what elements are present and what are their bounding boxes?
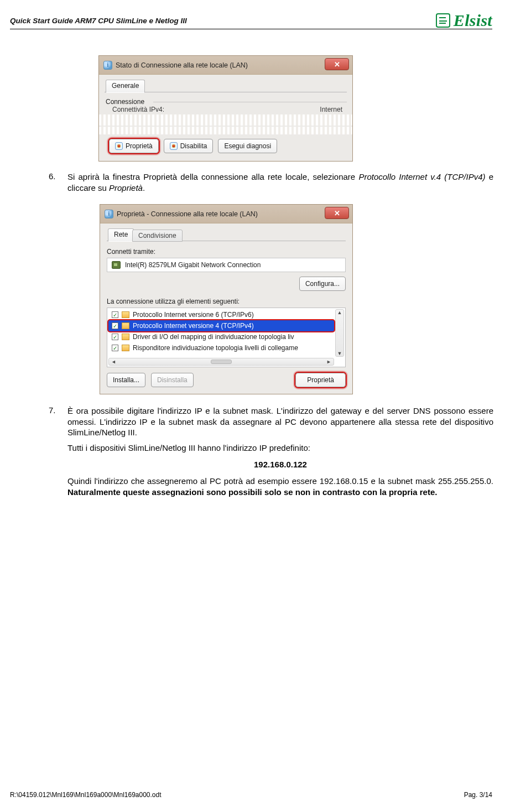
shield-icon bbox=[115, 142, 123, 150]
titlebar: Proprietà - Connessione alla rete locale… bbox=[100, 205, 352, 223]
header-divider bbox=[10, 29, 492, 29]
default-ip: 192.168.0.122 bbox=[67, 460, 493, 469]
checkbox-icon[interactable]: ✓ bbox=[112, 345, 118, 351]
checkbox-icon[interactable]: ✓ bbox=[112, 322, 118, 329]
truncated-area bbox=[99, 127, 352, 134]
list-item-tcp-ipv4[interactable]: ✓ Protocollo Internet versione 4 (TCP/IP… bbox=[108, 320, 334, 331]
list-number: 7. bbox=[49, 405, 67, 497]
lan-status-window: Stato di Connessione alla rete locale (L… bbox=[98, 55, 353, 162]
network-icon bbox=[103, 61, 112, 70]
protocol-icon bbox=[122, 311, 129, 318]
checkbox-icon[interactable]: ✓ bbox=[112, 311, 118, 318]
nic-icon bbox=[112, 261, 121, 269]
configure-button[interactable]: Configura... bbox=[299, 277, 346, 291]
protocol-icon bbox=[122, 322, 129, 329]
components-listbox[interactable]: ✓ Protocollo Internet versione 6 (TCP/IP… bbox=[107, 308, 346, 367]
tab-general[interactable]: Generale bbox=[106, 80, 145, 93]
checkbox-icon[interactable]: ✓ bbox=[112, 334, 118, 340]
connect-via-label: Connetti tramite: bbox=[107, 248, 346, 256]
disable-button[interactable]: Disabilita bbox=[164, 139, 214, 153]
list-item[interactable]: ✓ Driver di I/O del mapping di individua… bbox=[108, 331, 334, 342]
step-7-text-p3: Quindi l'indirizzo che assegneremo al PC… bbox=[67, 476, 493, 497]
shield-icon bbox=[170, 142, 178, 150]
vertical-scrollbar[interactable]: ▲▼ bbox=[335, 309, 344, 357]
ipv4-label: Connettività IPv4: bbox=[112, 106, 164, 113]
brand-logo: Elsist bbox=[436, 11, 492, 30]
close-button[interactable]: ✕ bbox=[325, 207, 349, 219]
network-icon bbox=[105, 210, 113, 218]
uninstall-button: Disinstalla bbox=[151, 373, 194, 387]
close-button[interactable]: ✕ bbox=[325, 58, 349, 70]
properties-button[interactable]: Proprietà bbox=[295, 373, 346, 387]
uses-items-label: La connessione utilizza gli elementi seg… bbox=[107, 298, 346, 305]
titlebar: Stato di Connessione alla rete locale (L… bbox=[99, 56, 352, 75]
tab-sharing[interactable]: Condivisione bbox=[132, 230, 183, 242]
protocol-icon bbox=[122, 345, 129, 351]
window-title: Stato di Connessione alla rete locale (L… bbox=[116, 61, 248, 69]
list-number: 6. bbox=[49, 171, 67, 193]
logo-text: Elsist bbox=[454, 11, 492, 30]
diagnose-button[interactable]: Esegui diagnosi bbox=[218, 139, 277, 153]
list-item[interactable]: ✓ Risponditore individuazione topologia … bbox=[108, 342, 334, 353]
window-title: Proprietà - Connessione alla rete locale… bbox=[117, 210, 258, 218]
properties-button[interactable]: Proprietà bbox=[109, 139, 159, 153]
step-6-text: Si aprirà la finestra Proprietà della co… bbox=[67, 171, 493, 193]
install-button[interactable]: Installa... bbox=[107, 373, 145, 387]
step-7-text-p2: Tutti i dispositivi SlimLine/Netlog III … bbox=[67, 443, 493, 454]
tab-network[interactable]: Rete bbox=[108, 228, 134, 242]
truncated-area bbox=[99, 114, 352, 126]
footer-filepath: R:\04159.012\Mnl169\Mnl169a000\Mnl169a00… bbox=[10, 791, 162, 799]
adapter-name: Intel(R) 82579LM Gigabit Network Connect… bbox=[125, 261, 261, 269]
protocol-icon bbox=[122, 334, 129, 340]
logo-mark-icon bbox=[436, 13, 450, 28]
doc-title: Quick Start Guide ARM7 CPU SlimLine e Ne… bbox=[10, 17, 187, 25]
footer-page: Pag. 3/14 bbox=[464, 791, 492, 799]
list-item[interactable]: ✓ Protocollo Internet versione 6 (TCP/IP… bbox=[108, 309, 334, 320]
step-7-text-p1: È ora possibile digitare l'indirizzo IP … bbox=[67, 405, 493, 438]
adapter-box: Intel(R) 82579LM Gigabit Network Connect… bbox=[107, 258, 346, 272]
lan-properties-window: Proprietà - Connessione alla rete locale… bbox=[100, 204, 353, 394]
horizontal-scrollbar[interactable]: ◄► bbox=[108, 358, 334, 366]
ipv4-value: Internet bbox=[320, 106, 342, 113]
